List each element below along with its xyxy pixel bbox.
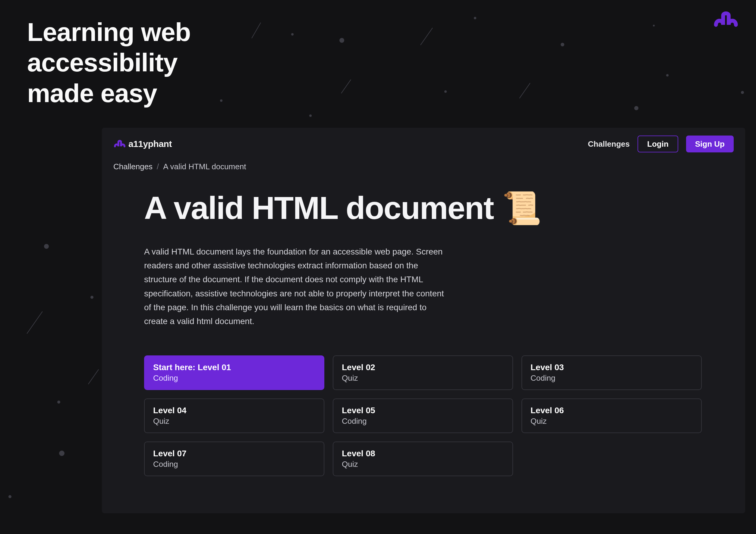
signup-button[interactable]: Sign Up [686,136,734,152]
level-title: Level 03 [530,363,693,372]
level-card[interactable]: Start here: Level 01Coding [144,355,324,390]
app-panel: a11yphant Challenges Login Sign Up Chall… [102,128,745,513]
decorative-dot [9,495,12,498]
decorative-dot [666,74,669,77]
hero-line-2: accessibility [27,48,177,77]
decorative-dot [561,43,564,46]
decorative-dot [444,90,447,93]
level-type: Quiz [342,373,504,383]
brand-name: a11yphant [128,139,172,149]
decorative-line [27,312,42,334]
level-title: Level 04 [153,406,315,415]
levels-grid: Start here: Level 01CodingLevel 02QuizLe… [144,355,675,476]
decorative-dot [57,400,60,404]
level-card[interactable]: Level 08Quiz [333,442,513,476]
decorative-dot [474,17,476,19]
level-type: Coding [153,373,315,383]
nav-challenges-link[interactable]: Challenges [588,140,630,149]
decorative-dot [220,99,223,102]
hero-line-1: Learning web [27,17,191,46]
hero-title: Learning web accessibility made easy [27,17,191,109]
breadcrumb-separator: / [157,162,159,171]
decorative-dot [91,296,94,299]
decorative-line [420,28,433,45]
top-nav: a11yphant Challenges Login Sign Up [102,128,745,155]
decorative-dot [634,106,638,110]
decorative-line [519,83,530,98]
decorative-dot [741,91,744,94]
brand-logo-icon [113,140,126,148]
level-card[interactable]: Level 05Coding [333,398,513,433]
level-card[interactable]: Level 07Coding [144,442,324,476]
decorative-line [88,369,99,384]
decorative-dot [44,244,49,249]
level-type: Quiz [153,417,315,426]
nav-right: Challenges Login Sign Up [588,136,734,152]
brand[interactable]: a11yphant [113,139,172,149]
decorative-line [341,79,351,93]
level-title: Start here: Level 01 [153,363,315,372]
level-title: Level 06 [530,406,693,415]
level-type: Coding [342,417,504,426]
decorative-dot [309,114,312,117]
decorative-dot [291,33,294,36]
level-card[interactable]: Level 02Quiz [333,355,513,390]
decorative-dot [339,38,344,43]
decorative-line [252,23,261,38]
decorative-dot [653,25,655,27]
breadcrumb: Challenges / A valid HTML document [102,155,745,171]
level-card[interactable]: Level 06Quiz [522,398,702,433]
page-title: A valid HTML document 📜 [144,190,675,227]
page-description: A valid HTML document lays the foundatio… [144,245,448,328]
breadcrumb-current: A valid HTML document [163,162,246,171]
breadcrumb-root[interactable]: Challenges [113,162,152,171]
level-type: Coding [153,460,315,469]
level-title: Level 05 [342,406,504,415]
decorative-dot [59,450,65,456]
level-type: Quiz [530,417,693,426]
level-title: Level 08 [342,449,504,458]
logo-icon [713,12,740,30]
level-card[interactable]: Level 04Quiz [144,398,324,433]
level-title: Level 02 [342,363,504,372]
main-content: A valid HTML document 📜 A valid HTML doc… [102,171,675,476]
level-type: Coding [530,373,693,383]
login-button[interactable]: Login [637,136,678,152]
level-type: Quiz [342,460,504,469]
level-title: Level 07 [153,449,315,458]
level-card[interactable]: Level 03Coding [522,355,702,390]
hero-line-3: made easy [27,79,157,108]
